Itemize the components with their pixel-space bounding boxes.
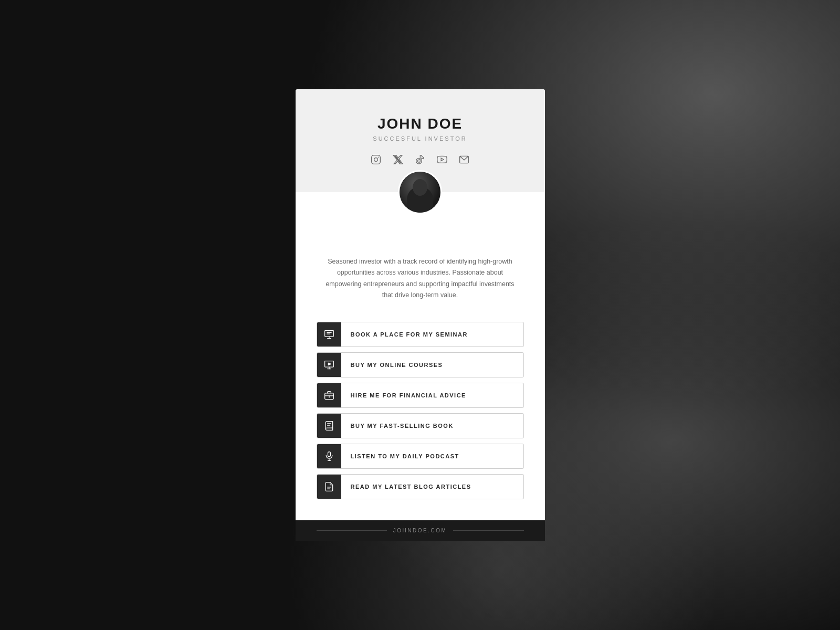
podcast-link[interactable]: LISTEN TO MY DAILY PODCAST	[317, 444, 524, 469]
card-footer: JOHNDOE.COM	[296, 520, 545, 541]
play-icon	[317, 353, 341, 377]
youtube-icon[interactable]	[436, 153, 448, 166]
podcast-label: LISTEN TO MY DAILY PODCAST	[341, 453, 523, 459]
book-label: BUY MY FAST-SELLING BOOK	[341, 423, 523, 429]
courses-label: BUY MY ONLINE COURSES	[341, 362, 523, 368]
blog-link[interactable]: READ MY LATEST BLOG ARTICLES	[317, 474, 524, 499]
courses-link[interactable]: BUY MY ONLINE COURSES	[317, 352, 524, 377]
svg-marker-11	[328, 363, 331, 365]
book-link[interactable]: BUY MY FAST-SELLING BOOK	[317, 413, 524, 438]
financial-link[interactable]: HIRE ME FOR FINANCIAL ADVICE	[317, 383, 524, 408]
svg-rect-5	[324, 331, 333, 337]
document-icon	[317, 475, 341, 499]
blog-label: READ MY LATEST BLOG ARTICLES	[341, 484, 523, 490]
bio-text: Seasoned investor with a track record of…	[322, 256, 519, 301]
email-icon[interactable]	[458, 153, 470, 166]
instagram-icon[interactable]	[370, 153, 382, 166]
book-icon	[317, 414, 341, 438]
tiktok-icon[interactable]	[414, 153, 426, 166]
avatar-wrapper	[296, 170, 545, 214]
avatar	[398, 170, 442, 214]
x-twitter-icon[interactable]	[392, 153, 404, 166]
avatar-image	[400, 172, 440, 213]
svg-point-2	[378, 157, 379, 158]
seminar-link[interactable]: BOOK A PLACE FOR MY SEMINAR	[317, 322, 524, 347]
svg-point-1	[374, 158, 378, 162]
microphone-icon	[317, 444, 341, 468]
card-body: Seasoned investor with a track record of…	[296, 214, 545, 311]
seminar-label: BOOK A PLACE FOR MY SEMINAR	[341, 331, 523, 338]
presentation-icon	[317, 322, 341, 346]
financial-label: HIRE ME FOR FINANCIAL ADVICE	[341, 392, 523, 398]
profile-card: JOHN DOE SUCCESFUL INVESTOR	[296, 89, 545, 541]
briefcase-icon	[317, 383, 341, 407]
profile-subtitle: SUCCESFUL INVESTOR	[317, 135, 524, 142]
svg-rect-19	[328, 452, 330, 457]
footer-domain: JOHNDOE.COM	[393, 528, 447, 533]
svg-rect-0	[372, 155, 381, 164]
links-section: BOOK A PLACE FOR MY SEMINAR BUY MY ONLIN…	[296, 311, 545, 520]
svg-marker-3	[441, 158, 444, 161]
footer-line-right	[453, 530, 523, 531]
footer-line-left	[317, 530, 387, 531]
profile-name: JOHN DOE	[317, 116, 524, 132]
